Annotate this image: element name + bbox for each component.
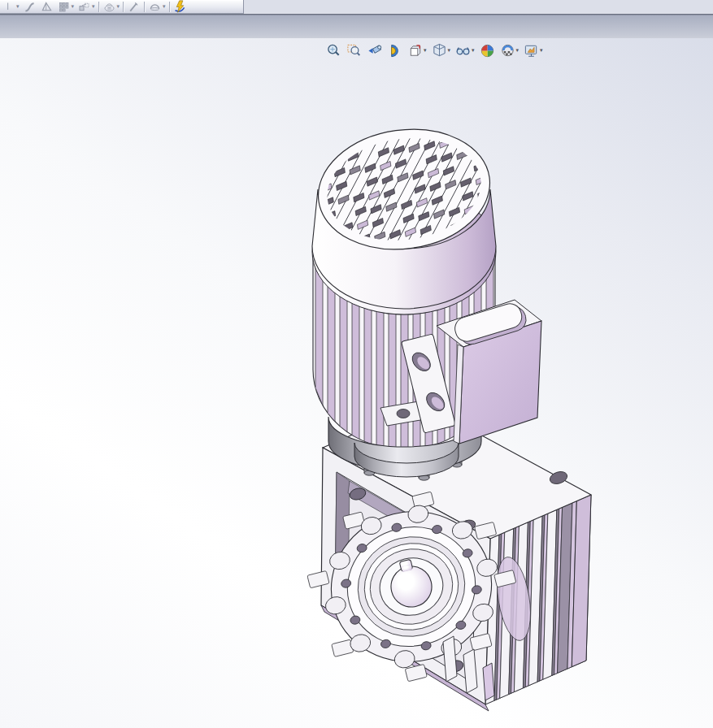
dropdown-caret-icon[interactable]: ▾ bbox=[424, 47, 427, 54]
dropdown-caret-icon[interactable]: ▾ bbox=[516, 47, 520, 54]
zoom-area-icon bbox=[346, 43, 362, 58]
headsup-view-toolbar: ▾▾▾▾▾ bbox=[324, 41, 546, 59]
edit-appearance-icon bbox=[480, 43, 495, 58]
display-style-icon bbox=[432, 43, 447, 58]
assembly-model[interactable] bbox=[0, 0, 713, 728]
foot-pad-hole bbox=[397, 410, 410, 418]
section-view-button[interactable] bbox=[385, 41, 405, 59]
zoom-to-fit-button[interactable] bbox=[324, 41, 344, 59]
apply-scene-button[interactable]: ▾ bbox=[498, 41, 522, 59]
dropdown-caret-icon[interactable]: ▾ bbox=[472, 47, 475, 54]
view-orientation-button[interactable]: ▾ bbox=[405, 41, 429, 59]
view-settings-icon bbox=[524, 43, 539, 58]
section-view-icon bbox=[387, 43, 402, 58]
apply-scene-icon bbox=[500, 43, 515, 58]
dropdown-caret-icon[interactable]: ▾ bbox=[540, 47, 543, 54]
dropdown-caret-icon[interactable]: ▾ bbox=[448, 47, 451, 54]
hide-show-icon bbox=[455, 43, 471, 58]
zoom-fit-icon bbox=[326, 43, 341, 58]
display-style-button[interactable]: ▾ bbox=[429, 41, 454, 59]
solidworks-window: { "app": {"name": "SolidWorks", "view": … bbox=[0, 0, 713, 728]
view-orientation-icon bbox=[407, 43, 423, 58]
electric-motor[interactable] bbox=[280, 115, 541, 481]
previous-view-icon bbox=[367, 43, 382, 58]
edit-appearance-button[interactable] bbox=[477, 41, 498, 59]
hide-show-items-button[interactable]: ▾ bbox=[453, 41, 477, 59]
graphics-viewport[interactable]: ▾▾▾▾▾ bbox=[0, 38, 713, 728]
previous-view-button[interactable] bbox=[364, 41, 385, 59]
zoom-to-area-button[interactable] bbox=[344, 41, 364, 59]
view-settings-button[interactable]: ▾ bbox=[521, 41, 546, 59]
